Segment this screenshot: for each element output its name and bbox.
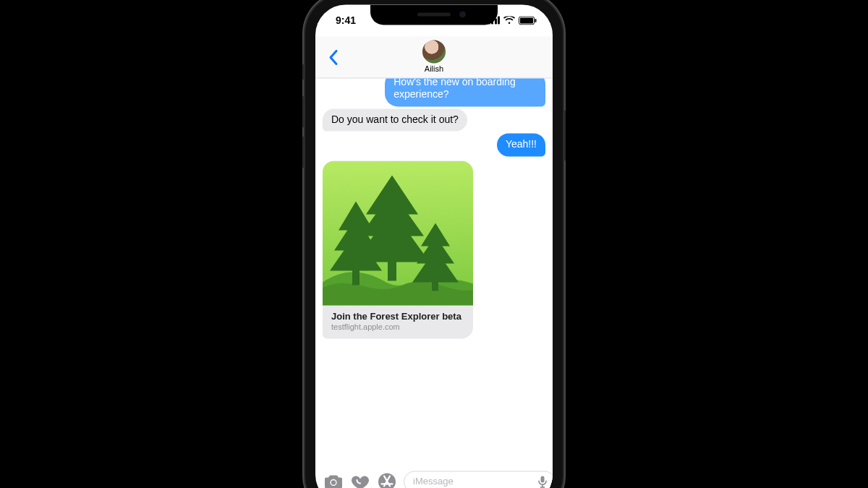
message-toolbar	[315, 466, 553, 488]
wifi-icon	[503, 16, 515, 25]
link-preview-card[interactable]: Join the Forest Explorer beta testflight…	[323, 160, 473, 339]
svg-point-17	[331, 480, 336, 484]
svg-rect-15	[432, 279, 438, 291]
link-preview-title: Join the Forest Explorer beta	[331, 311, 464, 322]
message-bubble-in[interactable]: Do you want to check it out?	[323, 108, 467, 132]
speaker-grille	[417, 12, 451, 16]
message-bubble-out[interactable]: How's the new on boarding experience?	[385, 78, 545, 106]
battery-icon	[519, 16, 537, 25]
mute-switch	[302, 64, 305, 80]
screen: 9:41 Ailish	[315, 4, 553, 488]
notch	[370, 4, 498, 25]
svg-rect-1	[520, 17, 533, 23]
message-row-link: Join the Forest Explorer beta testflight…	[323, 160, 545, 339]
back-button[interactable]	[321, 45, 346, 69]
message-bubble-out[interactable]: Yeah!!!	[497, 133, 545, 156]
svg-rect-2	[535, 18, 537, 22]
digital-touch-button[interactable]	[350, 471, 370, 488]
volume-up-button	[302, 95, 305, 127]
app-store-button[interactable]	[378, 471, 396, 488]
phone-frame: 9:41 Ailish	[305, 0, 563, 488]
side-button	[563, 110, 566, 160]
link-preview-image	[323, 160, 473, 305]
message-row-in: Do you want to check it out?	[323, 108, 545, 132]
svg-rect-22	[541, 476, 545, 482]
message-row-out: Yeah!!!	[323, 133, 545, 156]
compose-field[interactable]	[404, 471, 553, 488]
front-camera	[459, 11, 466, 17]
compose-input[interactable]	[413, 476, 535, 487]
camera-button[interactable]	[324, 471, 343, 488]
svg-rect-7	[388, 260, 396, 281]
contact-name[interactable]: Ailish	[425, 64, 443, 73]
conversation-header: Ailish	[315, 36, 553, 78]
status-time: 9:41	[336, 14, 356, 26]
volume-down-button	[302, 136, 305, 168]
link-preview-domain: testflight.apple.com	[331, 322, 464, 331]
conversation-thread[interactable]: How's the new on boarding experience? Do…	[315, 78, 553, 466]
svg-rect-11	[352, 269, 359, 285]
message-row-out: How's the new on boarding experience?	[323, 78, 545, 106]
microphone-button[interactable]	[535, 474, 550, 488]
contact-avatar[interactable]	[422, 40, 446, 63]
